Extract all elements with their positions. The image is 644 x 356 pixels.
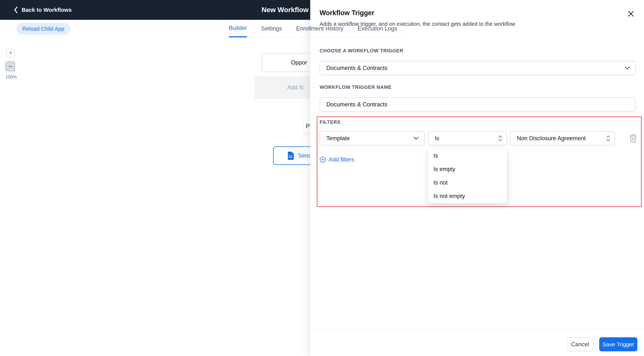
choose-trigger-label: CHOOSE A WORKFLOW TRIGGER	[320, 48, 404, 54]
trash-icon	[629, 134, 637, 143]
trigger-name-input[interactable]	[320, 97, 636, 111]
chevron-up-down-icon	[498, 135, 502, 142]
chevron-down-icon	[624, 66, 630, 70]
filter-field-value: Template	[326, 135, 350, 142]
document-icon	[287, 152, 294, 160]
trigger-type-value: Documents & Contracts	[326, 65, 387, 71]
back-to-workflows-button[interactable]: Back to Workflows	[14, 6, 72, 14]
close-panel-button[interactable]	[625, 8, 637, 20]
zoom-in-button[interactable]: +	[6, 49, 15, 57]
trigger-name-label: WORKFLOW TRIGGER NAME	[320, 84, 392, 90]
add-new-trigger-label: Add N	[287, 84, 303, 91]
dropdown-option-is-not[interactable]: Is not	[428, 176, 507, 190]
trigger-type-select[interactable]: Documents & Contracts	[320, 61, 636, 75]
send-node-label: Send	[298, 152, 311, 159]
delete-filter-button[interactable]	[628, 133, 638, 144]
page-title: New Workflow	[262, 6, 308, 14]
tab-builder[interactable]: Builder	[229, 20, 247, 37]
tab-enrollment-history[interactable]: Enrollment History	[296, 20, 344, 37]
dropdown-option-is[interactable]: Is	[428, 149, 507, 162]
panel-title: Workflow Trigger	[320, 9, 374, 17]
dropdown-option-is-empty[interactable]: Is empty	[428, 162, 507, 176]
tab-label: Builder	[229, 25, 247, 31]
back-label: Back to Workflows	[22, 7, 72, 13]
app-root: Back to Workflows New Workflow Reload Ch…	[0, 0, 644, 356]
close-icon	[628, 11, 634, 17]
plus-circle-icon	[320, 156, 326, 163]
cancel-button[interactable]: Cancel	[567, 337, 594, 351]
chevron-left-icon	[14, 6, 18, 14]
tab-label: Execution Logs	[358, 25, 397, 32]
add-filters-button[interactable]: Add filters	[320, 156, 354, 163]
operator-dropdown-menu: Is Is empty Is not Is not empty	[428, 148, 507, 204]
chevron-up-down-icon	[606, 135, 610, 142]
filter-operator-value: Is	[435, 135, 439, 142]
reload-child-app-button[interactable]: Reload Child App	[16, 23, 70, 35]
filter-value-select[interactable]: Non Disclosure Agreement	[510, 131, 615, 145]
filter-field-select[interactable]: Template	[320, 131, 425, 145]
workflow-trigger-panel: Workflow Trigger Adds a workflow trigger…	[310, 0, 644, 356]
zoom-level: 100%	[5, 74, 17, 80]
dropdown-option-is-not-empty[interactable]: Is not empty	[428, 190, 507, 203]
tab-settings[interactable]: Settings	[261, 20, 282, 37]
footer-divider	[310, 329, 644, 329]
tab-label: Settings	[261, 25, 282, 32]
save-trigger-button[interactable]: Save Trigger	[599, 337, 637, 351]
zoom-out-button[interactable]: −	[6, 62, 15, 71]
tab-execution-logs[interactable]: Execution Logs	[358, 20, 397, 37]
tab-bar: Builder Settings Enrollment History Exec…	[229, 20, 406, 37]
trigger-node-label: Oppor	[291, 59, 307, 66]
add-filters-label: Add filters	[328, 156, 354, 163]
filter-operator-select[interactable]: Is	[428, 131, 507, 145]
chevron-down-icon	[414, 137, 419, 140]
filters-label: FILTERS	[320, 119, 340, 125]
filter-value-value: Non Disclosure Agreement	[517, 135, 586, 142]
tab-label: Enrollment History	[296, 25, 344, 32]
